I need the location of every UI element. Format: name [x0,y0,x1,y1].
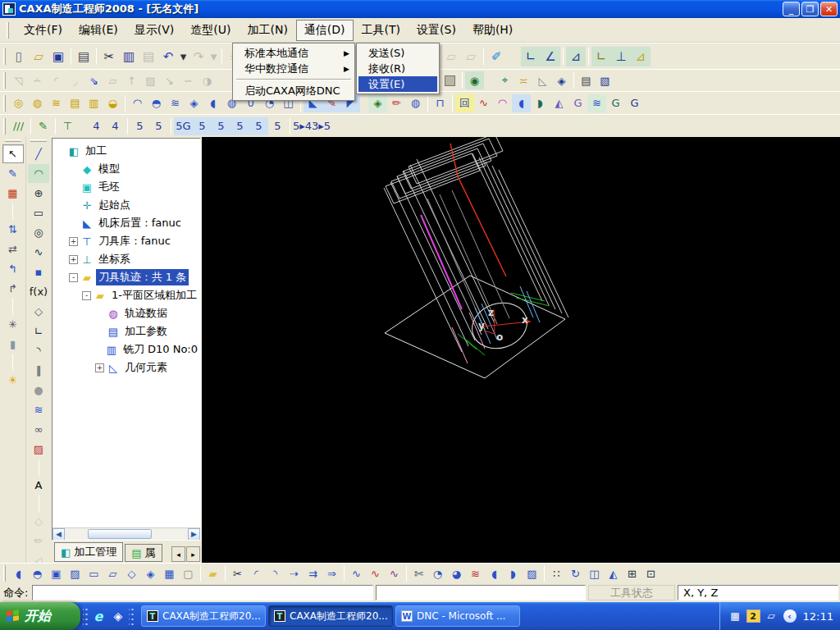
surface-split-icon[interactable]: ◔ [428,564,447,582]
quick-launch-app-icon[interactable]: ◈ [110,608,126,624]
menu-1[interactable]: 文件(F) [16,20,71,41]
sketch-exchange-icon[interactable]: ⇘ [84,71,103,89]
surface-fan-icon[interactable]: ◕ [447,564,466,582]
axis5-gen-2-icon[interactable]: 5 [149,117,168,135]
curve-chamfer-icon[interactable]: ◝ [266,564,285,582]
tree-row[interactable]: ◆模型 [52,160,200,178]
pencil-mill-icon[interactable]: ✏ [387,94,406,112]
menu-6[interactable]: 通信(D) [296,20,354,41]
tree-row[interactable]: -▰刀具轨迹 : 共 1 条 [52,268,200,286]
frame-axes-icon[interactable]: ∟ [521,47,541,66]
mill-flat-6-icon[interactable]: ◒ [103,94,122,112]
save-icon[interactable]: ▣ [48,47,68,66]
radial-mill-icon[interactable]: ◗ [531,94,550,112]
eraser-icon[interactable]: ▰ [203,564,222,582]
axis4-gen-1-icon[interactable]: 4 [87,117,106,135]
formula-curve-icon[interactable]: f(x) [28,282,49,301]
copy-icon[interactable]: ▥ [119,47,139,66]
minimize-button[interactable]: _ [783,2,800,16]
swivel-mill-icon[interactable]: ◭ [550,94,568,112]
surface-mill-4-icon[interactable]: ◈ [185,94,203,112]
print-icon[interactable]: ▤ [74,47,94,66]
curve-fillet-icon[interactable]: ◜ [247,564,266,582]
sketch-plane-icon[interactable]: ⊿ [566,47,586,66]
axis-y-icon[interactable]: ⊥ [611,47,631,66]
mill-flat-5-icon[interactable]: ▥ [84,94,103,112]
convert-5to4-icon[interactable]: 5▸4 [293,117,312,135]
menu-item[interactable]: 发送(S) [358,45,437,61]
grid-array-icon[interactable]: ⊞ [623,564,641,582]
menu-5[interactable]: 加工(N) [239,20,295,41]
surface-rotate-icon[interactable]: ◓ [28,564,47,582]
tree-row[interactable]: ◣机床后置 : fanuc [52,214,200,232]
tree-expander[interactable]: + [95,363,104,372]
spline-icon[interactable]: ∿ [28,243,49,262]
close-button[interactable]: ✕ [820,2,838,16]
polygon-icon[interactable]: ◇ [28,302,49,321]
surface-box-icon[interactable]: ▢ [179,564,198,582]
layer-color-icon[interactable] [441,71,459,89]
surface-brush-icon[interactable]: ≋ [466,564,485,582]
color-palette-icon[interactable]: ▦ [2,184,24,203]
menu-item[interactable]: 设置(E) [358,76,437,92]
tab-scroll-left-icon[interactable]: ◂ [171,546,185,562]
surface-hatch-icon[interactable]: ▨ [523,564,541,582]
surface-patch-icon[interactable]: ◇ [122,564,141,582]
command-input[interactable] [32,585,373,600]
start-button[interactable]: 开始 [0,602,80,630]
surface-mill-3-icon[interactable]: ≋ [166,94,185,112]
length-measure-icon[interactable]: ≍ [514,71,533,89]
axis5-g-icon[interactable]: 5G [174,117,193,135]
mill-flat-4-icon[interactable]: ▤ [66,94,84,112]
tree-row[interactable]: +⊤刀具库 : fanuc [52,232,200,250]
blob-icon[interactable]: ● [28,381,49,399]
axis-x-icon[interactable]: ∟ [591,47,611,66]
flowline-icon[interactable]: ◖ [512,94,531,112]
corner-trim-icon[interactable]: ↰ [2,259,24,278]
g-tap-icon[interactable]: G [625,94,644,112]
tab-scroll-right-icon[interactable]: ▸ [186,546,200,562]
axis-z-icon[interactable]: ⊿ [631,47,651,66]
mill-flat-1-icon[interactable]: ◎ [9,94,28,112]
surface-blend-icon[interactable]: ◈ [141,564,160,582]
surface-mill-2-icon[interactable]: ◓ [147,94,166,112]
curve-join-icon[interactable]: ⇒ [322,564,341,582]
tree-row[interactable]: +◺几何元素 [52,358,200,377]
taskbar-window-button[interactable]: TCAXA制造工程师20... [141,605,266,627]
undo-dropdown-icon[interactable]: ▾ [178,47,189,66]
menu-item[interactable]: 标准本地通信▶ [235,45,353,61]
curve-edit-3-icon[interactable]: ∿ [385,564,404,582]
command-history[interactable] [376,585,586,600]
g-drill-icon[interactable]: G [606,94,625,112]
frame-rotate-icon[interactable]: ∠ [541,47,560,66]
keyboard-icon[interactable]: ▦ [728,609,742,623]
menu-7[interactable]: 工具(T) [354,20,409,41]
cut-icon[interactable]: ✂ [99,47,119,66]
pocket-mill-icon[interactable]: ◈ [368,94,387,112]
g01-check-icon[interactable]: G [568,94,587,112]
surface-net-icon[interactable]: ▭ [84,564,103,582]
equidistant-icon[interactable]: ∥ [28,361,49,380]
mirror-icon[interactable]: ◫ [585,564,604,582]
scroll-right-arrow-icon[interactable]: ▶ [188,528,200,541]
tree-node-label[interactable]: 机床后置 : fanuc [96,215,184,231]
surface-border-icon[interactable]: ▨ [66,564,84,582]
surface-mill-5-icon[interactable]: ◖ [203,94,222,112]
scale-icon[interactable]: ◭ [604,564,623,582]
tree-node-label[interactable]: 1-平面区域粗加工 [109,287,199,304]
construct-axes-icon[interactable]: ✳ [2,315,24,334]
taskbar-window-button[interactable]: WDNC - Microsoft ... [395,605,520,627]
area-mill-icon[interactable]: 回 [455,94,474,112]
coord-pick-icon[interactable]: ⌖ [495,71,514,89]
axis5-mill-1-icon[interactable]: 5 [193,117,212,135]
macro-edit-icon[interactable]: ▧ [596,71,614,89]
tree-expander[interactable]: + [69,237,78,246]
tool-display-icon[interactable]: ⊤ [58,117,77,135]
surface-gen-icon[interactable]: ≋ [28,400,49,419]
tab-machining-manager[interactable]: ◧加工管理 [54,542,123,562]
tree-row[interactable]: ◍轨迹数据 [52,304,200,322]
corner-edit-icon[interactable]: ↱ [2,279,24,298]
surface-swirl-icon[interactable]: ◗ [504,564,523,582]
viewport-canvas[interactable]: z y x o [202,137,840,563]
contour-line-icon[interactable]: ∿ [474,94,493,112]
